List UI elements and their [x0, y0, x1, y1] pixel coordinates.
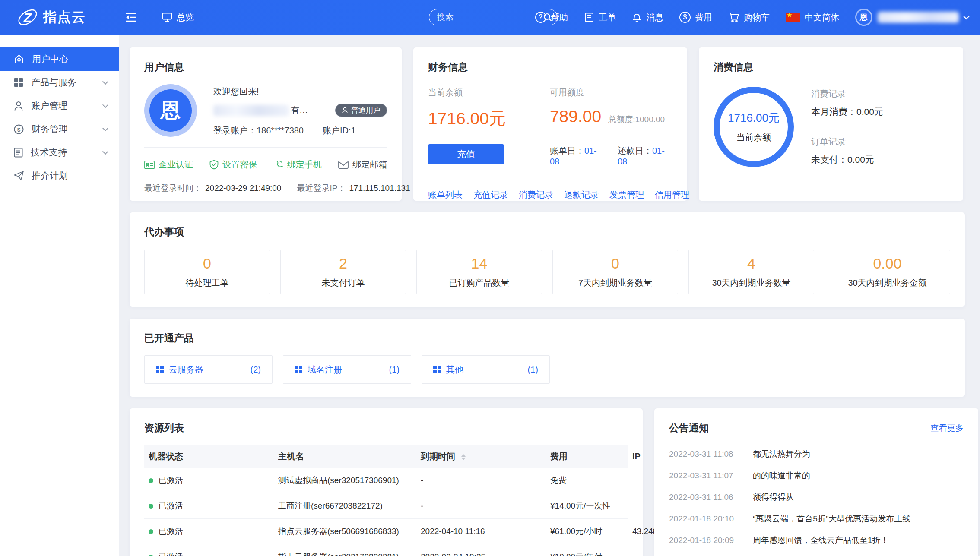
bind-email-link[interactable]: 绑定邮箱: [338, 159, 387, 171]
status-dot: [149, 478, 153, 483]
language-selector[interactable]: ★ 中文简体: [786, 12, 839, 23]
stat-value: 2: [339, 255, 347, 272]
stat-expiring-30days[interactable]: 4 30天内到期业务数量: [688, 250, 814, 294]
link-recharge-record[interactable]: 充值记录: [473, 189, 508, 201]
view-more-link[interactable]: 查看更多: [931, 423, 964, 434]
fee-dollar-icon: $: [679, 12, 691, 23]
stat-pending-tickets[interactable]: 0 待处理工单: [144, 250, 270, 294]
menu-ticket[interactable]: 工单: [584, 12, 616, 23]
cell-host: 指点云服务器(ser202179820381): [274, 544, 416, 556]
verify-label: 绑定邮箱: [352, 159, 387, 171]
product-domain[interactable]: 域名注册 (1): [283, 355, 411, 384]
cell-expire: -: [416, 493, 546, 519]
cell-host: 工商注册(ser667203822172): [274, 493, 416, 519]
sidebar-item-finance[interactable]: $ 财务管理: [0, 117, 119, 141]
shield-check-icon: [209, 160, 219, 170]
last-login-ip-value: 171.115.101.131: [349, 183, 410, 193]
link-bill-list[interactable]: 账单列表: [428, 189, 463, 201]
menu-message[interactable]: 消息: [632, 12, 663, 23]
balance-label: 当前余额: [428, 87, 550, 98]
cell-status: 已激活: [144, 544, 274, 556]
product-other[interactable]: 其他 (1): [422, 355, 550, 384]
sidebar-item-referral[interactable]: 推介计划: [0, 164, 119, 187]
user-menu[interactable]: 恩: [855, 9, 969, 26]
recharge-button[interactable]: 充值: [428, 144, 504, 164]
card-title: 已开通产品: [144, 332, 950, 345]
stat-value: 4: [747, 255, 755, 272]
announcement-item[interactable]: 2022-01-18 20:09 周年感恩回馈，全线云产品低至1折！: [669, 530, 964, 551]
phone-icon: [274, 160, 283, 170]
sidebar-item-account[interactable]: 账户管理: [0, 94, 119, 117]
finance-info-card: 财务信息 当前余额 1716.00元 充值 可用额度 789.00 总额度:10…: [413, 47, 687, 201]
username-suffix: 有…: [291, 104, 308, 116]
sidebar-item-user-center[interactable]: 用户中心: [0, 47, 119, 71]
cell-fee: ¥61.00元/小时: [546, 519, 628, 544]
sidebar-label: 账户管理: [31, 100, 67, 112]
sidebar: 用户中心 产品与服务 账户管理 $ 财务管理: [0, 35, 119, 556]
repay-day: 还款日：01-08: [618, 145, 672, 167]
menu-cart[interactable]: 购物车: [728, 12, 770, 23]
link-refund-record[interactable]: 退款记录: [564, 189, 599, 201]
todo-card: 代办事项 0 待处理工单 2 未支付订单 14 已订购产品数量 0 7天内到期业…: [130, 212, 965, 307]
stat-value: 0: [203, 255, 211, 272]
menu-fee[interactable]: $ 费用: [679, 12, 712, 23]
card-title: 消费信息: [714, 60, 948, 74]
menu-fee-label: 费用: [695, 12, 712, 23]
chevron-down-icon: [102, 79, 108, 85]
collapse-sidebar-button[interactable]: [126, 13, 137, 22]
security-setting-link[interactable]: 设置密保: [209, 159, 257, 171]
card-title: 资源列表: [144, 421, 628, 435]
grid-icon: [295, 366, 302, 373]
cell-status: 已激活: [144, 468, 274, 493]
sidebar-item-support[interactable]: 技术支持: [0, 141, 119, 164]
stat-expiring-7days[interactable]: 0 7天内到期业务数量: [552, 250, 678, 294]
search-input[interactable]: [437, 13, 543, 22]
china-flag-icon: ★: [786, 13, 800, 22]
announcement-item[interactable]: 2022-03-31 11:08 都无法热舞分为: [669, 443, 964, 465]
product-cloud-server[interactable]: 云服务器 (2): [144, 355, 273, 384]
cell-fee: ¥10.00元/年付: [546, 544, 628, 556]
nav-overview[interactable]: 总览: [162, 12, 194, 23]
avatar-ring: 恩: [144, 84, 197, 137]
menu-help[interactable]: ? 帮助: [535, 12, 568, 23]
card-title: 用户信息: [144, 60, 387, 74]
sort-icon[interactable]: [461, 454, 466, 460]
menu-cart-label: 购物车: [744, 12, 770, 23]
link-credit-manage[interactable]: 信用管理: [655, 189, 689, 201]
login-account-value: 186****7380: [257, 126, 304, 135]
last-login-time: 最近登录时间：2022-03-29 21:49:00: [144, 183, 281, 194]
logo-icon: Z: [16, 6, 39, 28]
announcement-item[interactable]: 2022-01-18 20:10 “惠聚云端，首台5折”大型优惠活动发布上线: [669, 508, 964, 530]
stat-label: 30天内到期业务金额: [848, 277, 926, 289]
consume-info-card: 消费信息 1716.00元 当前余额 消费记录 本月消费：0.00元 订单记录 …: [699, 47, 963, 201]
credit-total: 总额度:1000.00: [608, 114, 665, 125]
badge-label: 普通用户: [351, 105, 381, 115]
app-logo[interactable]: Z 指点云: [0, 6, 119, 28]
link-consume-record[interactable]: 消费记录: [519, 189, 553, 201]
announcement-item[interactable]: 2022-03-31 11:07 的的味道非常的: [669, 465, 964, 486]
announcement-item[interactable]: 2022-03-31 11:06 额得得得从: [669, 486, 964, 508]
link-invoice-manage[interactable]: 发票管理: [609, 189, 644, 201]
stat-label: 待处理工单: [186, 277, 229, 289]
enterprise-verify-link[interactable]: 企业认证: [144, 159, 193, 171]
sidebar-label: 用户中心: [32, 53, 68, 65]
user-icon: [14, 101, 23, 111]
month-consume-value: 0.00元: [856, 107, 883, 117]
grid-icon: [156, 366, 164, 373]
product-name: 云服务器: [169, 364, 203, 376]
stat-unpaid-orders[interactable]: 2 未支付订单: [280, 250, 406, 294]
stat-label: 30天内到期业务数量: [712, 277, 790, 289]
announcement-item[interactable]: 2022-01-18 20:09 重新定义香港云服务器——“全新一代香港云主机”…: [669, 551, 964, 556]
stat-value: 0.00: [873, 255, 901, 272]
cell-status: 已激活: [144, 493, 274, 519]
stat-purchased-products[interactable]: 14 已订购产品数量: [416, 250, 542, 294]
stat-expiring-30days-amount[interactable]: 0.00 30天内到期业务金额: [825, 250, 950, 294]
cell-host: 指点云服务器(ser506691686833): [274, 519, 416, 544]
last-login-time-value: 2022-03-29 21:49:00: [205, 183, 281, 193]
bind-phone-link[interactable]: 绑定手机: [274, 159, 322, 171]
grid-icon: [14, 78, 23, 87]
user-icon: [342, 107, 348, 114]
sidebar-item-products[interactable]: 产品与服务: [0, 71, 119, 94]
avatar-large: 恩: [149, 89, 192, 132]
menu-help-label: 帮助: [551, 12, 568, 23]
